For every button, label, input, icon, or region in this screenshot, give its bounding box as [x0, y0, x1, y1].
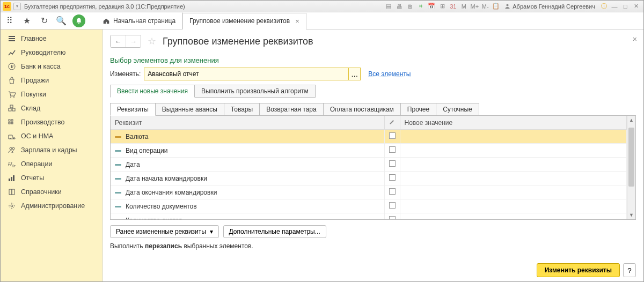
sidebar-item-12[interactable]: Администрирование: [1, 199, 102, 213]
boxes-icon: [8, 105, 16, 112]
svg-point-0: [507, 4, 509, 6]
svg-point-1: [78, 23, 79, 24]
col-new-value[interactable]: Новое значение: [400, 116, 627, 130]
sidebar-item-10[interactable]: Отчеты: [1, 171, 102, 185]
apply-button[interactable]: Изменить реквизиты: [537, 263, 620, 277]
sub-tab-1[interactable]: Выданные авансы: [155, 103, 224, 116]
sub-tab-6[interactable]: Суточные: [436, 103, 479, 116]
sidebar-item-5[interactable]: Склад: [1, 101, 102, 115]
sidebar-item-8[interactable]: Зарплата и кадры: [1, 143, 102, 157]
content-area: × ← → ☆ Групповое изменение реквизитов В…: [103, 29, 643, 282]
table-row[interactable]: Валюта: [111, 130, 627, 144]
scroll-thumb[interactable]: [628, 128, 634, 187]
grid-icon[interactable]: ⊞: [437, 2, 447, 11]
row-checkbox[interactable]: [389, 188, 396, 195]
table-row[interactable]: Вид операции: [111, 144, 627, 158]
search-icon[interactable]: 🔍: [55, 15, 67, 27]
table-row[interactable]: Количество листов: [111, 213, 627, 220]
section-title: Выбор элементов для изменения: [110, 56, 636, 64]
row-checkbox[interactable]: [389, 146, 396, 153]
mail-icon[interactable]: 📅: [427, 2, 436, 11]
previous-changes-button[interactable]: Ранее измененные реквизиты ▾: [110, 225, 219, 238]
calendar-icon[interactable]: 31: [448, 2, 458, 11]
home-icon: [103, 17, 110, 25]
svg-text:₽: ₽: [11, 64, 13, 69]
col-requisite[interactable]: Реквизит: [111, 116, 384, 130]
change-input[interactable]: [144, 68, 348, 80]
grid-scrollbar[interactable]: ▲ ▼: [627, 116, 635, 219]
mode-tab-1[interactable]: Выполнить произвольный алгоритм: [194, 85, 316, 98]
sub-tab-4[interactable]: Оплата поставщикам: [323, 103, 401, 116]
sub-tab-2[interactable]: Товары: [224, 103, 260, 116]
row-checkbox[interactable]: [389, 216, 396, 219]
svg-rect-11: [9, 122, 10, 124]
row-checkbox[interactable]: [389, 202, 396, 209]
change-select-button[interactable]: …: [348, 68, 360, 80]
sidebar-item-2[interactable]: ₽Банк и касса: [1, 60, 102, 73]
row-icon: [115, 206, 121, 207]
table-row[interactable]: Дата начала командировки: [111, 172, 627, 185]
sidebar-item-6[interactable]: Производство: [1, 115, 102, 129]
sidebar-item-9[interactable]: ДтКтОперации: [1, 157, 102, 171]
sub-tab-0[interactable]: Реквизиты: [110, 103, 156, 116]
minimize-icon[interactable]: —: [610, 2, 619, 11]
memory-mplus-icon[interactable]: M+: [470, 2, 479, 11]
sidebar-item-1[interactable]: Руководителю: [1, 46, 102, 60]
titlebar-dropdown-icon[interactable]: ▾: [13, 3, 21, 10]
svg-point-22: [11, 205, 13, 207]
close-window-icon[interactable]: ✕: [631, 2, 641, 11]
clipboard-icon[interactable]: 📋: [491, 2, 501, 11]
row-checkbox[interactable]: [389, 160, 396, 167]
sidebar-item-4[interactable]: Покупки: [1, 87, 102, 101]
notifications-icon[interactable]: [72, 14, 85, 27]
gear-icon: [8, 202, 16, 210]
apps-icon[interactable]: ⠿: [4, 15, 16, 27]
info-icon[interactable]: ⓘ: [599, 2, 609, 11]
sidebar-item-3[interactable]: Продажи: [1, 73, 102, 87]
print-preview-icon[interactable]: ▤: [384, 2, 393, 11]
tab-close-icon[interactable]: ×: [295, 17, 299, 25]
tab-group-change[interactable]: Групповое изменение реквизитов ×: [182, 13, 306, 30]
scroll-up-icon[interactable]: ▲: [627, 116, 635, 124]
ruble-icon: ₽: [8, 63, 16, 70]
doc-icon[interactable]: 🗎: [405, 2, 415, 11]
table-row[interactable]: Дата: [111, 158, 627, 172]
history-icon[interactable]: ↻: [38, 15, 50, 27]
all-elements-link[interactable]: Все элементы: [368, 70, 411, 78]
nav-tabs: Начальная страница Групповое изменение р…: [96, 12, 306, 29]
sub-tab-5[interactable]: Прочее: [400, 103, 436, 116]
calc-icon[interactable]: ⌗: [416, 2, 426, 11]
maximize-icon[interactable]: □: [620, 2, 630, 11]
svg-rect-21: [13, 175, 14, 181]
print-icon[interactable]: 🖶: [394, 2, 404, 11]
sidebar-item-7[interactable]: ОС и НМА: [1, 129, 102, 143]
row-checkbox[interactable]: [389, 132, 396, 139]
sub-tab-3[interactable]: Возвратная тара: [259, 103, 324, 116]
table-row[interactable]: Дата окончания командировки: [111, 185, 627, 199]
svg-point-14: [13, 138, 14, 139]
sidebar-item-11[interactable]: Справочники: [1, 185, 102, 199]
tab-home[interactable]: Начальная страница: [96, 12, 182, 29]
app-title: Бухгалтерия предприятия, редакция 3.0 (1…: [24, 3, 185, 10]
favorite-toggle-icon[interactable]: ☆: [148, 35, 156, 47]
memory-mminus-icon[interactable]: M-: [480, 2, 490, 11]
svg-point-16: [12, 147, 14, 150]
menu-icon: [8, 35, 16, 42]
row-checkbox[interactable]: [389, 174, 396, 181]
nav-back-button[interactable]: ←: [111, 35, 126, 47]
ops-icon: ДтКт: [8, 160, 16, 168]
help-button[interactable]: ?: [623, 263, 636, 277]
sidebar-item-0[interactable]: Главное: [1, 32, 102, 46]
table-row[interactable]: Количество документов: [111, 199, 627, 213]
svg-rect-10: [11, 120, 13, 121]
mode-tab-0[interactable]: Ввести новые значения: [110, 85, 195, 98]
sub-tabs: РеквизитыВыданные авансыТоварыВозвратная…: [110, 103, 636, 116]
svg-point-15: [10, 147, 12, 150]
extra-params-button[interactable]: Дополнительные параметры...: [223, 225, 326, 238]
memory-m-icon[interactable]: M: [459, 2, 469, 11]
favorite-icon[interactable]: ★: [21, 15, 33, 27]
scroll-down-icon[interactable]: ▼: [627, 211, 635, 219]
user-name[interactable]: Абрамов Геннадий Сергеевич: [504, 3, 595, 10]
page-close-icon[interactable]: ×: [633, 35, 637, 43]
nav-forward-button[interactable]: →: [126, 35, 141, 47]
